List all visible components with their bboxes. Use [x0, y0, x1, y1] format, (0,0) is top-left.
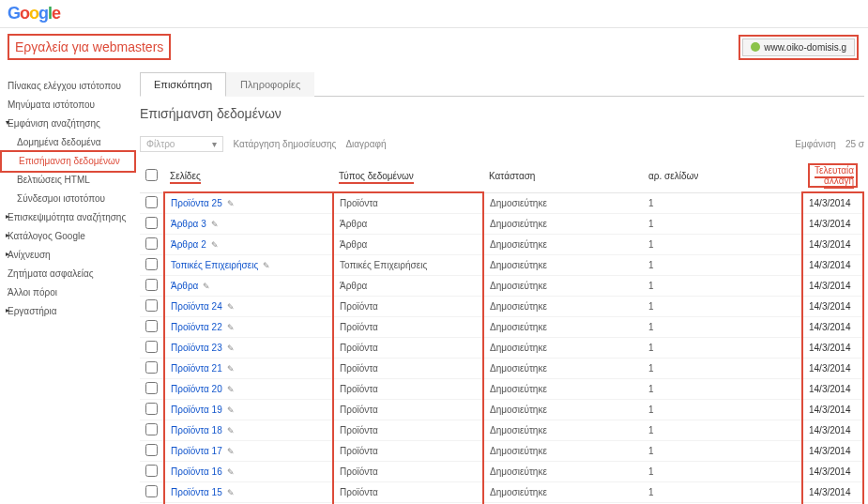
page-link[interactable]: Προϊόντα 16	[171, 466, 222, 477]
page-link[interactable]: Τοπικές Επιχειρήσεις	[171, 260, 258, 270]
google-logo: Google	[8, 4, 60, 23]
page-link[interactable]: Άρθρα 2	[171, 239, 206, 250]
select-all-checkbox[interactable]	[145, 169, 158, 181]
row-status: Δημοσιεύτηκε	[483, 192, 643, 213]
nav-item-6[interactable]: Σύνδεσμοι ιστοτόπου	[0, 190, 136, 208]
row-checkbox[interactable]	[145, 320, 158, 332]
pencil-icon[interactable]: ✎	[211, 220, 219, 229]
col-type[interactable]: Τύπος δεδομένων	[339, 171, 414, 184]
content: ΕπισκόπησηΠληροφορίες Επισήμανση δεδομέν…	[136, 71, 868, 504]
nav-item-9[interactable]: Ανίχνευση	[0, 246, 136, 265]
row-checkbox[interactable]	[145, 382, 158, 394]
page-link[interactable]: Προϊόντα 21	[171, 363, 222, 374]
nav-item-8[interactable]: Κατάλογος Google	[0, 227, 136, 246]
site-selector[interactable]: www.oiko-domisis.g	[742, 38, 855, 56]
page-link[interactable]: Άρθρα 3	[171, 219, 206, 229]
site-selector-wrap: www.oiko-domisis.g	[739, 35, 859, 60]
pencil-icon[interactable]: ✎	[263, 261, 270, 270]
col-pages[interactable]: Σελίδες	[170, 171, 201, 184]
pencil-icon[interactable]: ✎	[211, 240, 219, 250]
row-checkbox[interactable]	[145, 465, 158, 477]
row-checkbox[interactable]	[145, 237, 158, 250]
row-type: Προϊόντα	[333, 358, 483, 378]
page-link[interactable]: Προϊόντα 22	[171, 322, 222, 332]
pencil-icon[interactable]: ✎	[227, 302, 235, 312]
nav-item-12[interactable]: Εργαστήρια	[0, 302, 136, 321]
row-status: Δημοσιεύτηκε	[483, 275, 643, 296]
pencil-icon[interactable]: ✎	[227, 364, 235, 374]
tab-1[interactable]: Πληροφορίες	[226, 72, 314, 97]
row-date: 14/3/2014	[802, 440, 863, 461]
page-link[interactable]: Άρθρα	[171, 281, 198, 291]
pencil-icon[interactable]: ✎	[227, 467, 235, 477]
delete-button[interactable]: Διαγραφή	[345, 139, 386, 149]
pencil-icon[interactable]: ✎	[227, 199, 235, 208]
row-checkbox[interactable]	[145, 196, 158, 208]
row-checkbox[interactable]	[145, 485, 158, 497]
page-link[interactable]: Προϊόντα 20	[171, 384, 222, 394]
row-status: Δημοσιεύτηκε	[483, 337, 643, 358]
row-checkbox[interactable]	[145, 403, 158, 415]
page-link[interactable]: Προϊόντα 18	[171, 425, 222, 435]
page-link[interactable]: Προϊόντα 15	[171, 487, 222, 497]
row-checkbox[interactable]	[145, 341, 158, 353]
row-num: 1	[643, 399, 802, 420]
pencil-icon[interactable]: ✎	[227, 323, 235, 332]
page-link[interactable]: Προϊόντα 17	[171, 446, 222, 456]
nav-item-4[interactable]: Επισήμανση δεδομένων	[0, 150, 136, 173]
row-checkbox[interactable]	[145, 423, 158, 435]
nav-item-5[interactable]: Βελτιώσεις HTML	[0, 171, 136, 190]
nav-item-7[interactable]: Επισκεψιμότητα αναζήτησης	[0, 208, 136, 227]
table-row: Προϊόντα 17 ✎ΠροϊόνταΔημοσιεύτηκε114/3/2…	[140, 440, 863, 461]
row-date: 14/3/2014	[802, 192, 863, 213]
row-type: Προϊόντα	[333, 296, 483, 316]
table-row: Προϊόντα 22 ✎ΠροϊόνταΔημοσιεύτηκε114/3/2…	[140, 316, 863, 337]
row-num: 1	[643, 440, 802, 461]
nav-item-1[interactable]: Μηνύματα ιστότοπου	[0, 96, 136, 115]
row-checkbox[interactable]	[145, 361, 158, 374]
pencil-icon[interactable]: ✎	[227, 344, 235, 353]
table-row: Προϊόντα 23 ✎ΠροϊόνταΔημοσιεύτηκε114/3/2…	[140, 337, 863, 358]
page-link[interactable]: Προϊόντα 23	[171, 343, 222, 353]
col-num[interactable]: αρ. σελίδων	[648, 171, 698, 181]
page-link[interactable]: Προϊόντα 19	[171, 405, 222, 415]
col-date[interactable]: Τελευταία αλλαγή	[815, 165, 854, 189]
pencil-icon[interactable]: ✎	[203, 282, 210, 291]
pencil-icon[interactable]: ✎	[227, 385, 235, 394]
tab-0[interactable]: Επισκόπηση	[140, 72, 226, 97]
row-checkbox[interactable]	[145, 258, 158, 270]
nav-item-10[interactable]: Ζητήματα ασφαλείας	[0, 265, 136, 283]
table-row: Άρθρα 2 ✎ΆρθραΔημοσιεύτηκε114/3/2014	[140, 234, 863, 254]
row-checkbox[interactable]	[145, 217, 158, 229]
app-title: Εργαλεία για webmasters	[8, 34, 171, 60]
site-url: www.oiko-domisis.g	[764, 42, 846, 53]
row-num: 1	[643, 275, 802, 296]
row-date: 14/3/2014	[802, 358, 863, 378]
pencil-icon[interactable]: ✎	[227, 405, 235, 415]
table-row: Άρθρα ✎ΆρθραΔημοσιεύτηκε114/3/2014	[140, 275, 863, 296]
data-table: Σελίδες Τύπος δεδομένων Κατάσταση αρ. σε…	[140, 160, 864, 504]
page-link[interactable]: Προϊόντα 25	[171, 198, 222, 208]
col-status[interactable]: Κατάσταση	[489, 171, 535, 181]
nav-item-2[interactable]: Εμφάνιση αναζήτησης	[0, 115, 136, 133]
row-date: 14/3/2014	[802, 420, 863, 440]
funnel-icon: ▾	[212, 139, 217, 149]
pencil-icon[interactable]: ✎	[227, 447, 235, 456]
row-checkbox[interactable]	[145, 444, 158, 456]
page-link[interactable]: Προϊόντα 24	[171, 301, 222, 312]
row-checkbox[interactable]	[145, 299, 158, 312]
table-row: Προϊόντα 16 ✎ΠροϊόνταΔημοσιεύτηκε114/3/2…	[140, 461, 863, 481]
pencil-icon[interactable]: ✎	[227, 426, 235, 435]
nav-item-0[interactable]: Πίνακας ελέγχου ιστότοπου	[0, 77, 136, 96]
pencil-icon[interactable]: ✎	[227, 488, 235, 497]
row-num: 1	[643, 461, 802, 481]
filter-input[interactable]: Φίλτρο ▾	[140, 136, 223, 152]
tabs: ΕπισκόπησηΠληροφορίες	[140, 71, 864, 97]
nav-item-3[interactable]: Δομημένα δεδομένα	[0, 133, 136, 152]
nav-item-11[interactable]: Άλλοι πόροι	[0, 283, 136, 302]
row-type: Άρθρα	[333, 213, 483, 234]
table-row: Προϊόντα 18 ✎ΠροϊόνταΔημοσιεύτηκε114/3/2…	[140, 420, 863, 440]
row-status: Δημοσιεύτηκε	[483, 399, 643, 420]
unpublish-button[interactable]: Κατάργηση δημοσίευσης	[233, 139, 336, 149]
row-checkbox[interactable]	[145, 279, 158, 291]
